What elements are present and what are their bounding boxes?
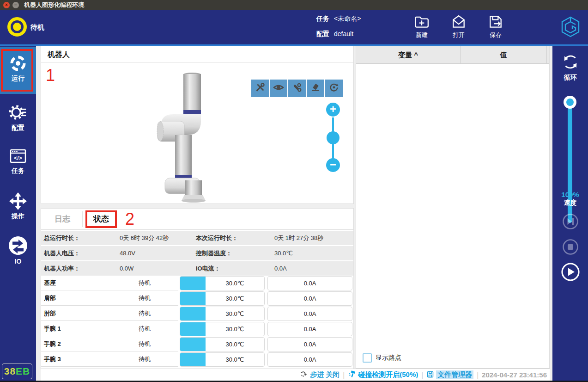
column-header-variable[interactable]: 变量 ^ (356, 46, 461, 63)
step-arrow-icon (300, 370, 308, 380)
window-minimize-button[interactable]: − (12, 2, 19, 8)
summary-value: 48.0V (120, 246, 135, 260)
status-detail-panel: 总运行时长：0天 6时 39分 42秒本次运行时长：0天 1时 27分 38秒 … (41, 230, 354, 369)
table-row: 肩部待机 30.0℃ 0.0A (41, 291, 354, 306)
annotation-number-2: 2 (125, 209, 134, 229)
visibility-button[interactable] (270, 80, 287, 97)
speed-percent: 100% (552, 191, 588, 198)
summary-row: 机器人功率：0.0WIO电流：0.0A (41, 261, 353, 276)
datetime-display: 2024-04-27 23:41:56 (482, 371, 547, 379)
sidebar-item-label: 操作 (0, 212, 36, 221)
erase-button[interactable] (307, 80, 324, 97)
joint-status-color (180, 322, 206, 336)
summary-label: 机器人电压： (44, 246, 80, 260)
svg-text:</>: </> (14, 155, 22, 161)
config-row: 配置default (316, 30, 353, 38)
waypoint-path-button[interactable] (288, 80, 306, 97)
sidebar-item-run[interactable]: 运行 (0, 47, 36, 94)
save-disk-icon (481, 14, 510, 30)
joint-current: 0.0A (267, 307, 352, 321)
left-sidebar: 运行 配置 </> 任务 操作 IO 38EB (0, 46, 36, 382)
brand-logo-icon (559, 16, 582, 40)
robot-panel: 机器人 1 (41, 46, 354, 204)
step-forward-button[interactable] (562, 213, 579, 230)
zoom-out-button[interactable]: − (326, 158, 340, 172)
joint-status-color (180, 292, 206, 305)
summary-value: 0天 6时 39分 42秒 (120, 231, 169, 245)
table-row: 肘部待机 30.0℃ 0.0A (41, 307, 354, 321)
move-arrows-icon (0, 192, 36, 210)
code-window-icon: </> (0, 147, 36, 165)
io-arrows-icon (0, 235, 36, 256)
open-button-label: 打开 (444, 31, 473, 39)
tools-icon (255, 82, 265, 94)
summary-value: 0天 1时 27分 38秒 (274, 231, 323, 245)
play-button[interactable] (561, 262, 580, 282)
joint-current: 0.0A (267, 322, 352, 336)
app-header: 待机 任务<未命名> 配置default 新建 打开 保存 (0, 10, 588, 44)
speed-slider-handle[interactable] (564, 96, 576, 109)
run-target-icon (0, 54, 36, 73)
file-manager-button[interactable]: 文件管理器 (426, 370, 473, 380)
status-bar: 步进 关闭 | 碰撞检测开启(50%) | 文件管理器 | 2024-04-27… (41, 369, 550, 381)
tab-divider (82, 211, 83, 227)
column-header-value[interactable]: 值 (461, 46, 547, 63)
app-window: × − 机器人图形化编程环境 待机 任务<未命名> 配置default 新建 打… (0, 0, 588, 382)
reset-view-button[interactable] (325, 80, 343, 97)
tab-status[interactable]: 状态 (85, 210, 117, 228)
sidebar-item-task[interactable]: </> 任务 (0, 147, 36, 175)
robot-id-badge: 38EB (2, 364, 32, 379)
table-row: 手腕 2待机 30.0℃ 0.0A (41, 337, 354, 351)
step-mode-label: 步进 关闭 (310, 370, 339, 379)
step-mode-toggle[interactable]: 步进 关闭 (300, 370, 339, 380)
joint-current: 0.0A (267, 337, 352, 351)
robot-panel-title: 机器人 (41, 46, 353, 63)
collision-detection-toggle[interactable]: 碰撞检测开启(50%) (348, 370, 418, 380)
loop-button[interactable]: 循环 (552, 52, 588, 82)
joint-state: 待机 (112, 276, 177, 290)
robot-state-icon (7, 17, 27, 37)
table-row: 手腕 3待机 30.0℃ 0.0A (41, 352, 354, 367)
sidebar-item-label: 配置 (0, 124, 36, 132)
window-close-button[interactable]: × (3, 2, 10, 8)
path-nodes-icon (292, 82, 302, 94)
zoom-slider-handle[interactable] (327, 131, 339, 144)
open-envelope-icon (444, 14, 473, 30)
zoom-in-button[interactable]: + (326, 103, 340, 117)
file-manager-label: 文件管理器 (436, 370, 473, 379)
tab-log[interactable]: 日志 (46, 212, 79, 227)
summary-label: 机器人功率： (44, 261, 80, 276)
stop-button[interactable] (562, 239, 579, 255)
save-button-label: 保存 (481, 31, 510, 39)
joint-temp: 30.0℃ (206, 307, 264, 320)
task-value: <未命名> (334, 15, 361, 22)
joint-state: 待机 (112, 307, 177, 320)
new-task-button[interactable]: 新建 (407, 14, 436, 39)
config-label: 配置 (316, 30, 329, 37)
joint-status-color (180, 338, 206, 351)
joint-current: 0.0A (267, 352, 352, 367)
open-task-button[interactable]: 打开 (444, 14, 473, 39)
show-waypoints-checkbox[interactable] (363, 353, 372, 363)
save-task-button[interactable]: 保存 (481, 14, 510, 39)
view-toolbar (251, 80, 343, 97)
joint-state: 待机 (112, 291, 177, 305)
sidebar-item-io[interactable]: IO (0, 235, 36, 265)
badge-id-part2: EB (16, 366, 30, 376)
joint-temp: 30.0℃ (206, 292, 264, 305)
summary-row: 机器人电压：48.0V控制器温度：30.0℃ (41, 246, 353, 260)
summary-value: 0.0W (120, 261, 133, 276)
joint-temp: 30.0℃ (206, 353, 264, 366)
summary-label: 控制器温度： (196, 246, 232, 260)
summary-label: IO电流： (196, 261, 220, 276)
robot-3d-view[interactable] (147, 69, 217, 205)
title-bar: × − 机器人图形化编程环境 (0, 0, 588, 10)
joint-temp: 30.0℃ (206, 277, 264, 290)
sidebar-item-config[interactable]: 配置 (0, 103, 36, 132)
sidebar-item-operate[interactable]: 操作 (0, 192, 36, 221)
window-title: 机器人图形化编程环境 (24, 0, 84, 10)
speed-label: 速度 (552, 199, 588, 207)
joint-status-color (180, 307, 206, 320)
tools-button[interactable] (251, 80, 269, 97)
table-row: 手腕 1待机 30.0℃ 0.0A (41, 322, 354, 336)
